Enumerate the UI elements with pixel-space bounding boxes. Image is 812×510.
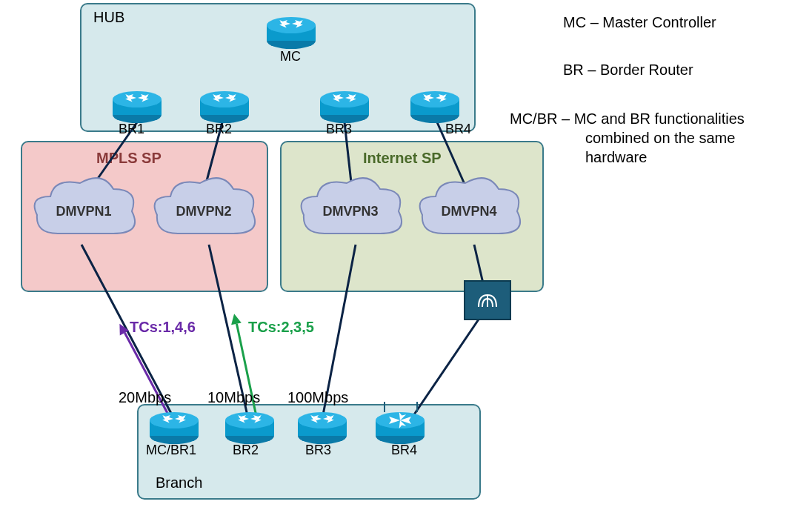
svg-point-27 [150, 412, 199, 428]
router-branch-br2 [224, 411, 276, 445]
router-branch-br3 [296, 411, 348, 445]
router-branch-br4 [374, 411, 426, 445]
svg-line-8 [411, 315, 482, 419]
cloud-dmvpn3: DMVPN3 [295, 174, 406, 245]
svg-point-21 [320, 91, 369, 107]
svg-point-18 [200, 91, 249, 107]
svg-point-30 [225, 412, 274, 428]
label-router-hbr2: BR2 [206, 122, 232, 137]
label-router-hbr3: BR3 [326, 122, 352, 137]
label-router-hbr4: BR4 [445, 122, 471, 137]
label-dmvpn4: DMVPN4 [413, 204, 525, 219]
router-hub-br1 [111, 90, 163, 124]
router-hub-br4 [409, 90, 461, 124]
legend-br: BR – Border Router [563, 61, 693, 79]
svg-point-33 [298, 412, 347, 428]
cloud-dmvpn1: DMVPN1 [28, 174, 139, 245]
legend-mcbr-line2: combined on the same [585, 129, 735, 148]
label-router-bbr2: BR2 [233, 443, 259, 458]
label-router-bbr4: BR4 [391, 443, 417, 458]
tc-label-1: TCs:1,4,6 [130, 319, 196, 336]
label-router-bbr3: BR3 [305, 443, 331, 458]
antenna-left [384, 402, 385, 412]
router-hub-mc [265, 16, 317, 50]
label-dmvpn2: DMVPN2 [148, 204, 259, 219]
bandwidth-3: 100Mbps [287, 389, 348, 406]
legend-mcbr-line3: hardware [585, 148, 647, 167]
label-router-bbr1: MC/BR1 [146, 443, 196, 458]
router-hub-br3 [319, 90, 370, 124]
tc-label-2: TCs:2,3,5 [248, 319, 314, 336]
antenna-right [416, 402, 418, 412]
legend-mc: MC – Master Controller [563, 13, 716, 32]
label-router-hbr1: BR1 [119, 122, 144, 137]
svg-point-15 [113, 91, 162, 107]
router-hub-br2 [199, 90, 250, 124]
router-branch-mcbr1 [148, 411, 200, 445]
bandwidth-1: 20Mbps [119, 389, 171, 406]
label-dmvpn3: DMVPN3 [295, 204, 406, 219]
cloud-dmvpn4: DMVPN4 [413, 174, 525, 245]
bandwidth-2: 10Mbps [207, 389, 260, 406]
svg-point-24 [410, 91, 459, 107]
wireless-ap-icon [464, 280, 511, 320]
label-dmvpn1: DMVPN1 [28, 204, 139, 219]
svg-point-12 [267, 17, 316, 33]
label-router-mc: MC [280, 49, 301, 64]
connections-canvas [0, 0, 563, 510]
cloud-dmvpn2: DMVPN2 [148, 174, 259, 245]
